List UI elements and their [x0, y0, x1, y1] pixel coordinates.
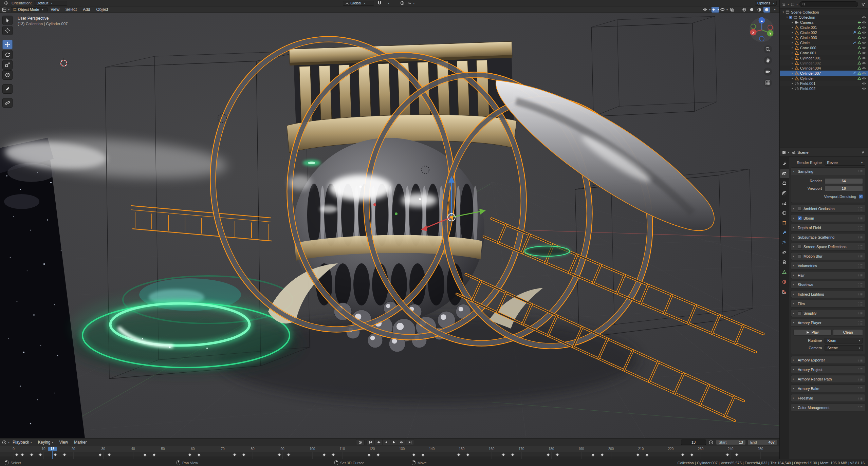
orientation-dropdown[interactable]: Default▾: [34, 1, 67, 6]
keyframe-diamond[interactable]: [143, 453, 147, 456]
outliner-row-field-002[interactable]: ▸ Field.002: [780, 86, 868, 91]
tab-texture[interactable]: [780, 287, 789, 296]
panel-film[interactable]: ▸ Film: [791, 300, 865, 307]
outliner-row-camera[interactable]: ▸ Camera: [780, 20, 868, 25]
outliner-search-input[interactable]: [807, 2, 855, 6]
tab-physics[interactable]: [780, 248, 789, 257]
tab-tool[interactable]: [780, 160, 789, 168]
play-reverse-button[interactable]: [383, 440, 390, 445]
sampling-render-field[interactable]: 64: [825, 178, 863, 184]
frame-end-field[interactable]: End467: [747, 440, 777, 445]
active-tool-move-icon[interactable]: [3, 0, 9, 6]
keyframe-diamond[interactable]: [502, 453, 505, 456]
panel-shadows[interactable]: ▸ Shadows: [791, 281, 865, 288]
navigation-gizmo[interactable]: Z Y X: [749, 16, 775, 43]
timeline-ruler[interactable]: 0102030405060708090100110120130140150160…: [0, 446, 779, 452]
runtime-dropdown[interactable]: Krom▾: [825, 338, 863, 343]
ambient-occlusion-checkbox[interactable]: [798, 207, 802, 211]
tab-constraints[interactable]: [780, 258, 789, 266]
menu-keying[interactable]: Keying▾: [35, 439, 56, 446]
tab-modifiers[interactable]: [780, 228, 789, 237]
keyframe-diamond[interactable]: [555, 453, 559, 456]
tab-world[interactable]: [780, 209, 789, 217]
show-gizmos-toggle[interactable]: ▾: [712, 7, 719, 13]
panel-armory-player[interactable]: ▾ Armory Player: [791, 319, 865, 327]
outliner-search[interactable]: [799, 1, 858, 7]
tool-cursor[interactable]: [2, 26, 13, 35]
keyframe-diamond[interactable]: [322, 453, 326, 456]
playhead[interactable]: [52, 452, 53, 459]
screen-space-reflections-checkbox[interactable]: [798, 245, 802, 249]
keyframe-diamond[interactable]: [412, 453, 416, 456]
zoom-icon[interactable]: [764, 45, 772, 53]
panel-armory-project[interactable]: ▸ Armory Project: [791, 366, 865, 373]
keyframe-diamond[interactable]: [242, 453, 245, 456]
tool-transform[interactable]: [2, 70, 13, 80]
keyframe-diamond[interactable]: [39, 453, 42, 456]
keyframe-diamond[interactable]: [54, 453, 57, 456]
proportional-editing-icon[interactable]: [399, 0, 405, 6]
keyframe-diamond[interactable]: [511, 453, 514, 456]
jump-to-start-button[interactable]: [367, 440, 375, 445]
timeline-editor-type-button[interactable]: ▾: [2, 440, 10, 445]
shading-material-button[interactable]: [756, 7, 762, 13]
tool-measure[interactable]: [2, 98, 13, 108]
keyframe-diamond[interactable]: [188, 453, 192, 456]
keyframe-diamond[interactable]: [107, 453, 111, 456]
viewport-3d-scene[interactable]: [0, 13, 779, 438]
frame-start-field[interactable]: Start13: [716, 440, 746, 445]
ortho-grid-icon[interactable]: [764, 79, 772, 87]
outliner-row-field-001[interactable]: ▸ Field.001: [780, 81, 868, 86]
menu-timeline-view[interactable]: View: [56, 439, 71, 446]
viewport-denoising-checkbox[interactable]: [859, 194, 863, 199]
tab-scene[interactable]: [780, 199, 789, 207]
preview-range-icon[interactable]: [708, 440, 714, 445]
panel-bloom[interactable]: ▸ Bloom: [791, 214, 865, 222]
keyframe-diamond[interactable]: [547, 453, 550, 456]
options-dropdown[interactable]: Options▾: [755, 1, 777, 6]
tab-material[interactable]: [780, 278, 789, 286]
tab-output[interactable]: [780, 179, 789, 188]
outliner-row-cylinder-007[interactable]: ▸ Cylinder.007: [780, 71, 868, 76]
keyframe-diamond[interactable]: [376, 453, 380, 456]
outliner-row-cylinder-002[interactable]: ▸ Cylinder.002: [780, 60, 868, 66]
menu-object[interactable]: Object: [93, 6, 111, 13]
tool-annotate[interactable]: [2, 84, 13, 94]
tab-particles[interactable]: [780, 238, 789, 247]
shading-dropdown[interactable]: ▾: [771, 7, 777, 13]
keyframe-diamond[interactable]: [690, 453, 694, 456]
menu-select[interactable]: Select: [62, 6, 80, 13]
keyframe-diamond[interactable]: [735, 453, 738, 456]
menu-marker[interactable]: Marker: [71, 439, 90, 446]
outliner-display-mode-dropdown[interactable]: ▾: [791, 1, 798, 7]
viewport-3d[interactable]: User Perspective (13) Collection | Cylin…: [0, 13, 779, 438]
keyframe-diamond[interactable]: [421, 453, 425, 456]
editor-type-button[interactable]: ▾: [2, 7, 10, 13]
tab-view-layer[interactable]: [780, 189, 789, 198]
outliner-row-cylinder-004[interactable]: ▸ Cylinder.004: [780, 66, 868, 71]
keyframe-diamond[interactable]: [681, 453, 685, 456]
outliner-row-cylinder-001[interactable]: ▸ Cylinder.001: [780, 55, 868, 60]
auto-keyframe-toggle[interactable]: [356, 440, 364, 445]
snap-settings-dropdown[interactable]: ▾: [385, 0, 391, 6]
menu-add[interactable]: Add: [80, 6, 93, 13]
panel-motion-blur[interactable]: ▸ Motion Blur: [791, 252, 865, 260]
keyframe-diamond[interactable]: [197, 453, 201, 456]
keyframe-diamond[interactable]: [21, 453, 24, 456]
next-keyframe-button[interactable]: [398, 440, 406, 445]
panel-subsurface-scattering[interactable]: ▸ Subsurface Scattering: [791, 233, 865, 241]
menu-playback[interactable]: Playback▾: [10, 439, 35, 446]
bloom-checkbox[interactable]: [798, 216, 802, 220]
keyframe-diamond[interactable]: [287, 453, 290, 456]
panel-armory-bake[interactable]: ▸ Armory Bake: [791, 385, 865, 392]
panel-hair[interactable]: ▸ Hair: [791, 271, 865, 279]
keyframe-diamond[interactable]: [466, 453, 469, 456]
xray-toggle[interactable]: [729, 7, 735, 13]
outliner-row-circle-001[interactable]: ▸ Circle.001: [780, 25, 868, 30]
snap-magnet-icon[interactable]: [376, 0, 383, 6]
pin-icon[interactable]: [860, 150, 866, 155]
play-button[interactable]: [390, 440, 398, 445]
outliner-row-circle-002[interactable]: ▸ Circle.002: [780, 30, 868, 35]
outliner-row-cone-000[interactable]: ▸ Cone.000: [780, 45, 868, 50]
timeline-keyframe-track[interactable]: [0, 452, 779, 459]
